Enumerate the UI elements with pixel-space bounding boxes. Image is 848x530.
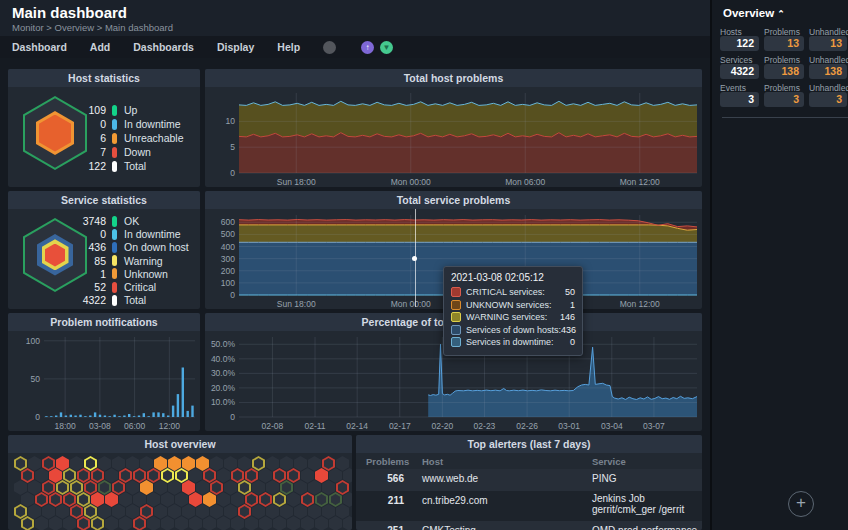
tooltip-label: Services of down hosts:	[466, 325, 561, 335]
host-stat-row: 109Up	[70, 104, 137, 116]
host-hex-unreachable	[154, 456, 167, 471]
update-arrow-icon[interactable]: ↑	[361, 41, 374, 54]
svg-text:02-17: 02-17	[389, 421, 411, 431]
tooltip-label: Services in downtime:	[466, 337, 570, 347]
panel-title: Total service problems	[205, 191, 702, 209]
host-statistics-body: 109Up0In downtime6Unreachable7Down122Tot…	[8, 87, 200, 187]
svg-text:Mon 12:00: Mon 12:00	[620, 299, 660, 309]
host-hex-ok	[126, 480, 139, 495]
stat-label: Up	[124, 104, 137, 116]
host-hex-ok	[301, 516, 314, 530]
host-hex-unreachable	[140, 480, 153, 495]
host-hex-ok	[35, 468, 48, 483]
stat-value: 52	[70, 281, 106, 293]
svg-text:Mon 12:00: Mon 12:00	[620, 177, 660, 187]
menu-item-add[interactable]: Add	[90, 41, 110, 53]
table-row[interactable]: 211cn.tribe29.comJenkins Job gerrit/cmk_…	[356, 491, 702, 521]
main-dashboard-area: Main dashboard Monitor > Overview > Main…	[0, 0, 710, 530]
host-hex-ok	[203, 516, 216, 530]
sidebar-overview-header[interactable]: Overview ⌃	[723, 7, 785, 19]
svg-text:Sun 18:00: Sun 18:00	[277, 177, 316, 187]
sidebar-stat-box-hosts-problems[interactable]: 13	[764, 36, 804, 51]
menu-item-help[interactable]: Help	[277, 41, 300, 53]
cell-service[interactable]: PING	[592, 473, 698, 484]
sidebar-stat-box-hosts-unhandled[interactable]: 13	[809, 36, 847, 51]
sidebar-stat-box-services-total[interactable]: 4322	[720, 64, 759, 79]
sidebar-stat-box-services-unhandled[interactable]: 138	[809, 64, 847, 79]
cell-host[interactable]: www.web.de	[422, 473, 582, 484]
host-hex-ok	[343, 516, 352, 530]
panel-title: Service statistics	[8, 191, 200, 209]
stat-label: Down	[124, 146, 151, 158]
sidebar-stat-box-events-unhandled[interactable]: 3	[809, 92, 847, 107]
host-hex-ok	[238, 456, 251, 471]
service-stat-row: 52Critical	[70, 281, 156, 293]
host-hex-ok	[329, 516, 342, 530]
tooltip-swatch	[451, 287, 461, 297]
cell-host[interactable]: cn.tribe29.com	[422, 495, 582, 506]
svg-text:600: 600	[221, 217, 235, 227]
stat-label: OK	[124, 215, 139, 227]
host-hex-unreachable	[182, 456, 195, 471]
host-hex-ok	[147, 492, 160, 507]
svg-text:18:00: 18:00	[54, 421, 76, 431]
sidebar-stat-box-events-total[interactable]: 3	[720, 92, 759, 107]
add-button[interactable]: +	[788, 491, 814, 517]
host-hex-ok	[259, 516, 272, 530]
host-hex-ok	[168, 480, 181, 495]
sidebar-stat-box-events-problems[interactable]: 3	[764, 92, 804, 107]
globe-icon[interactable]	[323, 41, 336, 54]
host-hex-ok	[210, 456, 223, 471]
filter-icon[interactable]: ▼	[380, 41, 393, 54]
host-hex-ok	[196, 480, 209, 495]
stat-label: On down host	[124, 241, 189, 253]
sidebar-stat-box-hosts-total[interactable]: 122	[720, 36, 759, 51]
host-hex-ok	[112, 504, 125, 519]
service-stat-row: 3748OK	[70, 215, 139, 227]
host-hex-ok	[217, 468, 230, 483]
top-alerters-table: ProblemsHostService566www.web.dePING211c…	[356, 453, 702, 530]
sidebar-stat-box-services-problems[interactable]: 138	[764, 64, 804, 79]
host-hex-ok	[266, 504, 279, 519]
host-hex-ok	[175, 516, 188, 530]
svg-text:02-08: 02-08	[262, 421, 284, 431]
stat-value: 4322	[70, 294, 106, 306]
menu-item-display[interactable]: Display	[217, 41, 254, 53]
host-hex-ok	[252, 480, 265, 495]
cell-service[interactable]: Jenkins Job gerrit/cmk_ger /gerrit	[592, 493, 698, 515]
warning-triangle-icon[interactable]: !	[342, 41, 355, 53]
tooltip-swatch	[451, 300, 461, 310]
host-hex-ok	[280, 456, 293, 471]
service-stat-row: 4322Total	[70, 294, 146, 306]
host-hex-ok	[105, 468, 118, 483]
host-hex-ok	[119, 516, 132, 530]
host-hex-ok	[287, 516, 300, 530]
svg-text:06:00: 06:00	[124, 421, 146, 431]
stat-color-pill	[112, 282, 117, 293]
host-hex-ok	[224, 456, 237, 471]
host-hex-ok	[308, 456, 321, 471]
menu-item-dashboards[interactable]: Dashboards	[133, 41, 194, 53]
stat-value: 7	[70, 146, 106, 158]
host-hex-ok	[245, 516, 258, 530]
svg-text:Mon 06:00: Mon 06:00	[505, 177, 545, 187]
table-row[interactable]: 251CMKTestingOMD prod performance	[356, 521, 702, 530]
panel-title: Problem notifications	[8, 313, 200, 331]
cell-service[interactable]: OMD prod performance	[592, 525, 698, 530]
cell-host[interactable]: CMKTesting	[422, 525, 582, 530]
tooltip-row: UNKNOWN services:1	[451, 299, 575, 312]
menu-item-dashboard[interactable]: Dashboard	[12, 41, 67, 53]
stat-color-pill	[112, 229, 117, 240]
host-hex-ok	[266, 456, 279, 471]
host-hex-ok	[322, 504, 335, 519]
table-row[interactable]: 566www.web.dePING	[356, 469, 702, 491]
host-hex-ok	[126, 456, 139, 471]
column-header-host: Host	[422, 456, 443, 467]
tooltip-value: 1	[570, 300, 575, 310]
host-hex-ok	[28, 456, 41, 471]
total-host-problems-chart: 0510Sun 18:00Mon 00:00Mon 06:00Mon 12:00	[205, 87, 702, 187]
stat-label: Total	[124, 160, 146, 172]
host-hex-ok	[49, 516, 62, 530]
host-hex-ok	[294, 480, 307, 495]
tooltip-value: 0	[570, 337, 575, 347]
